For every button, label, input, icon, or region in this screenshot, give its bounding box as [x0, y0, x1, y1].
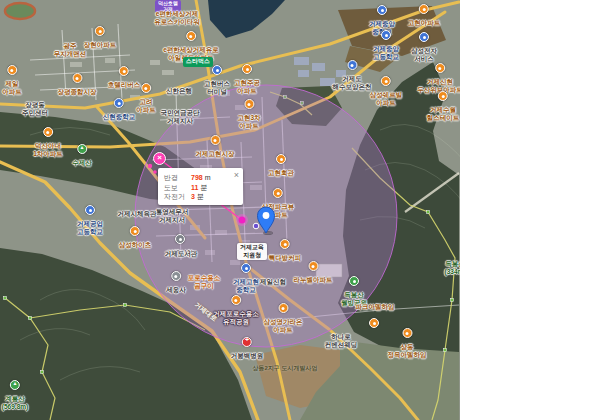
- popup-close-icon[interactable]: ×: [234, 171, 239, 180]
- map-canvas[interactable]: 덕산호텔거제e편한세상거제유로스카이타워장현아파트광주무지개맨션제일아파트e편한…: [0, 0, 460, 420]
- poi-gohyeon-bus-terminal[interactable]: 고현버스터미널: [204, 62, 230, 95]
- bicycle-unit: 분: [197, 192, 204, 201]
- poi-samsung-service[interactable]: 삼성전자서비스: [411, 29, 437, 62]
- poi-edu-office: 거제교육지원청: [237, 243, 267, 260]
- poi-gohyeon-jugong-apt[interactable]: 고현주공아파트: [234, 61, 260, 94]
- poi-hanaro-convention: 하나로컨벤션웨딩: [325, 333, 358, 348]
- poi-gohyeon-market[interactable]: 거제고현시장: [196, 132, 235, 158]
- poi-geobung-baek-hospital[interactable]: 거붕백병원: [231, 334, 264, 360]
- walk-value: 11: [191, 183, 198, 192]
- poi-jeil-shinhyup: 제일신협: [260, 278, 286, 286]
- poi-seungsa-temple[interactable]: 세웅사: [166, 268, 186, 294]
- walk-row: 도보 11 분: [164, 183, 237, 193]
- apartment-poi-icon[interactable]: [278, 303, 288, 313]
- apartment-poi-icon[interactable]: [369, 318, 379, 328]
- bank-poi-icon[interactable]: [419, 32, 429, 42]
- poi-lanouvelle-apt[interactable]: 라누벨아파트: [294, 258, 333, 284]
- apartment-poi-icon[interactable]: [402, 328, 412, 338]
- apartment-poi-icon[interactable]: [43, 127, 53, 137]
- apartment-poi-icon[interactable]: [130, 226, 140, 236]
- poi-jungang-high-school[interactable]: 거제중앙고등학교: [373, 27, 399, 60]
- apartment-poi-icon[interactable]: [244, 99, 254, 109]
- poi-tech-high-school[interactable]: 거제공업고등학교: [77, 202, 103, 235]
- poi-park-adelheim-dot[interactable]: [369, 315, 379, 333]
- walk-label: 도보: [164, 183, 191, 192]
- school-poi-icon[interactable]: [241, 263, 251, 273]
- poi-gyeryongsan[interactable]: 계룡산(569.8m): [2, 377, 28, 410]
- poi-jangpyeong-market[interactable]: 장평종합시장: [58, 70, 97, 96]
- apartment-poi-icon[interactable]: [7, 65, 17, 75]
- apartment-poi-icon[interactable]: [95, 26, 105, 36]
- poi-dokbongsan: 독봉산(334m): [445, 260, 460, 275]
- poi-dev-project: 상동2지구 도시개발사업: [252, 365, 317, 373]
- apartment-poi-icon[interactable]: [280, 239, 290, 249]
- poi-gohyeon-hall[interactable]: 고현회관: [268, 151, 294, 177]
- bicycle-row: 자전거 3 분: [164, 192, 237, 202]
- temple-poi-icon[interactable]: [171, 271, 181, 281]
- apartment-poi-icon[interactable]: [308, 261, 318, 271]
- government-poi-icon[interactable]: [175, 234, 185, 244]
- poi-park-adelheim: 파크아델하임: [356, 303, 395, 311]
- apartment-poi-icon[interactable]: [231, 295, 241, 305]
- apartment-poi-icon[interactable]: [381, 76, 391, 86]
- mountain-poi-icon[interactable]: [77, 144, 87, 154]
- poi-city-gym: 거제시체육관: [118, 210, 157, 218]
- poi-gohyeon-apt[interactable]: 고현아파트: [408, 1, 441, 27]
- apartment-poi-icon[interactable]: [119, 66, 129, 76]
- measure-cancel-icon[interactable]: ×: [153, 152, 166, 165]
- poi-janghyeon-apt[interactable]: 장현아파트: [84, 23, 117, 49]
- poi-samsung-sherville[interactable]: 삼성쉐르빌아파트: [370, 73, 403, 106]
- radius-label: 반경: [164, 173, 191, 182]
- poi-gohyeon-middle-school[interactable]: 거제고현중학교: [233, 260, 259, 293]
- poi-samsung-heights[interactable]: 삼성하이츠: [119, 223, 152, 249]
- bicycle-label: 자전거: [164, 192, 191, 201]
- poi-gohyeon3-apt[interactable]: 고현3차아파트: [237, 96, 260, 129]
- radius-row: 반경 798 m: [164, 173, 237, 183]
- school-poi-icon[interactable]: [377, 5, 387, 15]
- school-poi-icon[interactable]: [85, 205, 95, 215]
- apartment-poi-icon[interactable]: [419, 4, 429, 14]
- bank-poi-icon[interactable]: [347, 60, 357, 70]
- poi-jeil-apt[interactable]: 제일아파트: [2, 62, 22, 95]
- poi-shinhan-bank: 신한은행: [166, 87, 192, 95]
- poi-mujigae-mansion: 광주무지개맨션: [54, 42, 87, 57]
- school-poi-icon[interactable]: [381, 30, 391, 40]
- poi-euro-sky: e편한세상거제유로스카이타워: [154, 10, 200, 25]
- apartment-poi-icon[interactable]: [186, 31, 196, 41]
- apartment-poi-icon[interactable]: [242, 64, 252, 74]
- poi-goryeo-apt[interactable]: 고려아파트: [136, 80, 156, 113]
- poi-sujesan[interactable]: 수제산: [72, 141, 92, 167]
- poi-myeongga-raon-apt[interactable]: 삼성명가라온아파트: [264, 300, 303, 333]
- apartment-poi-icon[interactable]: [273, 188, 283, 198]
- bus-poi-icon[interactable]: [212, 65, 222, 75]
- poi-sinhyeon-middle-school[interactable]: 신현중학교: [103, 95, 136, 121]
- poi-suwol-hillstate[interactable]: 거제수월힐스테이트: [427, 88, 460, 121]
- mountain-poi-icon[interactable]: [10, 380, 20, 390]
- poi-library: 거제도서관: [165, 250, 198, 258]
- apartment-poi-icon[interactable]: [276, 154, 286, 164]
- poi-pow-camp-park[interactable]: 거제포로수용소유적공원: [213, 292, 259, 325]
- poi-pow-gobgui: 포로수용소곰구이: [188, 274, 221, 289]
- bicycle-value: 3: [191, 192, 195, 201]
- radius-value: 798: [191, 173, 203, 182]
- app-window: 덕산호텔거제e편한세상거제유로스카이타워장현아파트광주무지개맨션제일아파트e편한…: [0, 0, 600, 420]
- radius-measure-popup: × 반경 798 m 도보 11 분 자전거 3 분: [158, 168, 243, 205]
- poi-sangdong-adelheim[interactable]: 상동정목아델하임: [388, 325, 427, 358]
- poi-seawater-spa[interactable]: 거제도해수보양온천: [333, 57, 372, 90]
- apartment-poi-icon[interactable]: [72, 73, 82, 83]
- map-labels: 덕산호텔거제e편한세상거제유로스카이타워장현아파트광주무지개맨션제일아파트e편한…: [0, 0, 460, 420]
- poi-jangpyeong-center: 장평동주민센터: [22, 101, 48, 116]
- apartment-poi-icon[interactable]: [438, 91, 448, 101]
- poi-pension-office: 국민연금공단거제지사: [161, 109, 200, 124]
- walk-unit: 분: [200, 183, 207, 192]
- poi-tax-office: 통영세무서거제지서: [156, 208, 189, 223]
- location-marker-pin[interactable]: [254, 201, 278, 235]
- park-poi-icon[interactable]: [349, 276, 359, 286]
- poi-wellbeing-park[interactable]: 독봉산웰빙공원: [341, 273, 367, 306]
- poi-deoksan-anae-apt[interactable]: 덕산아내1차아파트: [33, 124, 63, 157]
- apartment-poi-icon[interactable]: [435, 63, 445, 73]
- apartment-poi-icon[interactable]: [141, 83, 151, 93]
- school-poi-icon[interactable]: [114, 98, 124, 108]
- apartment-poi-icon[interactable]: [210, 135, 220, 145]
- hospital-poi-icon[interactable]: [242, 337, 252, 347]
